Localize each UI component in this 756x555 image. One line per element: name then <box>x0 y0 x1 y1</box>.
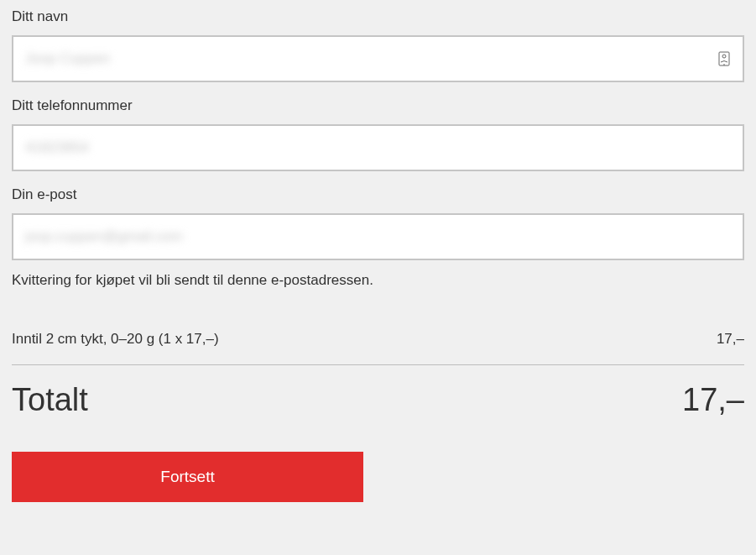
svg-rect-0 <box>719 52 729 65</box>
phone-field-group: Ditt telefonnummer <box>12 97 744 171</box>
line-item-price: 17,– <box>717 331 744 348</box>
phone-input-wrapper <box>12 124 744 171</box>
name-input[interactable] <box>25 37 717 81</box>
email-input-wrapper <box>12 213 744 260</box>
contact-card-icon[interactable] <box>717 51 731 66</box>
total-value: 17,– <box>682 382 744 418</box>
name-label: Ditt navn <box>12 8 744 25</box>
line-item-description: Inntil 2 cm tykt, 0–20 g (1 x 17,–) <box>12 331 219 348</box>
email-field-group: Din e-post Kvittering for kjøpet vil bli… <box>12 186 744 289</box>
name-field-group: Ditt navn <box>12 8 744 82</box>
email-input[interactable] <box>25 215 731 259</box>
phone-input[interactable] <box>25 126 731 170</box>
email-label: Din e-post <box>12 186 744 203</box>
name-input-wrapper <box>12 35 744 82</box>
phone-label: Ditt telefonnummer <box>12 97 744 114</box>
total-label: Totalt <box>12 382 88 418</box>
svg-point-1 <box>722 55 726 58</box>
email-helper-text: Kvittering for kjøpet vil bli sendt til … <box>12 272 744 289</box>
total-row: Totalt 17,– <box>12 365 744 443</box>
order-line-item: Inntil 2 cm tykt, 0–20 g (1 x 17,–) 17,– <box>12 314 744 364</box>
continue-button[interactable]: Fortsett <box>12 452 363 502</box>
